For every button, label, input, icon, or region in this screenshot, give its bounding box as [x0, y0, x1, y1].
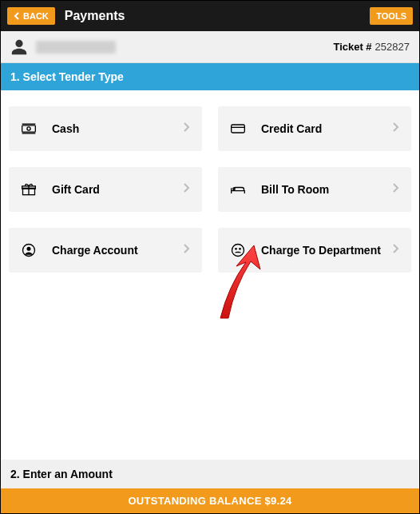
- balance-label: OUTSTANDING BALANCE $9.24: [128, 495, 291, 507]
- ticket-number: 252827: [375, 41, 410, 53]
- step2-header[interactable]: 2. Enter an Amount: [1, 460, 419, 488]
- chevron-right-icon: [392, 243, 400, 257]
- chevron-right-icon: [183, 122, 191, 136]
- tender-label: Charge To Department: [261, 244, 392, 257]
- tender-label: Bill To Room: [261, 183, 392, 196]
- tender-label: Credit Card: [261, 122, 392, 135]
- svg-rect-0: [22, 126, 36, 132]
- tender-credit-card[interactable]: Credit Card: [218, 106, 411, 151]
- tender-label: Gift Card: [52, 183, 183, 196]
- svg-point-1: [27, 127, 30, 130]
- tender-label: Cash: [52, 122, 183, 135]
- svg-point-12: [232, 245, 244, 257]
- department-icon: [229, 241, 247, 259]
- tools-button-label: TOOLS: [376, 11, 406, 21]
- back-button[interactable]: BACK: [7, 7, 55, 25]
- tender-content: Cash Credit Card Gift Card: [1, 90, 419, 460]
- chevron-right-icon: [183, 243, 191, 257]
- svg-point-13: [235, 248, 237, 250]
- page-title: Payments: [65, 9, 370, 23]
- account-circle-icon: [20, 241, 38, 259]
- step1-header: 1. Select Tender Type: [1, 63, 419, 90]
- tender-cash[interactable]: Cash: [9, 106, 202, 151]
- tender-charge-to-department[interactable]: Charge To Department: [218, 228, 411, 273]
- user-name-redacted: [36, 41, 116, 54]
- tools-button[interactable]: TOOLS: [370, 7, 413, 25]
- svg-point-14: [239, 248, 241, 250]
- tender-charge-account[interactable]: Charge Account: [9, 228, 202, 273]
- top-bar: BACK Payments TOOLS: [1, 1, 419, 31]
- user-avatar-icon: [10, 38, 28, 56]
- tender-bill-to-room[interactable]: Bill To Room: [218, 167, 411, 212]
- chevron-right-icon: [392, 182, 400, 197]
- credit-card-icon: [229, 120, 247, 137]
- gift-icon: [20, 181, 38, 198]
- payments-screen: BACK Payments TOOLS Ticket # 252827 1. S…: [0, 0, 420, 514]
- chevron-right-icon: [392, 122, 400, 136]
- back-button-label: BACK: [23, 11, 49, 21]
- ticket-label: Ticket #: [333, 41, 371, 53]
- tender-label: Charge Account: [52, 244, 183, 257]
- tender-gift-card[interactable]: Gift Card: [9, 167, 202, 212]
- svg-point-11: [27, 247, 31, 251]
- chevron-right-icon: [183, 182, 191, 197]
- bed-icon: [229, 181, 247, 198]
- outstanding-balance-bar[interactable]: OUTSTANDING BALANCE $9.24: [1, 488, 419, 513]
- arrow-left-icon: [14, 12, 22, 20]
- svg-rect-4: [232, 125, 245, 133]
- user-bar: Ticket # 252827: [1, 31, 419, 63]
- cash-icon: [20, 120, 38, 137]
